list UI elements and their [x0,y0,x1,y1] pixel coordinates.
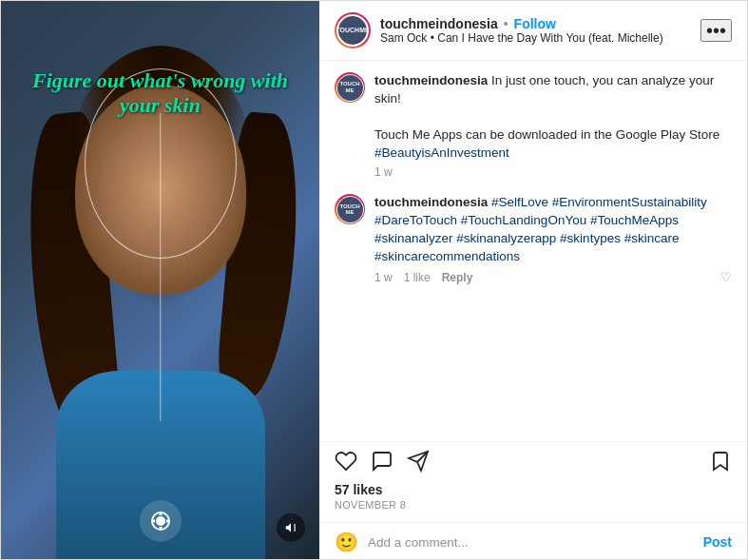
comment-avatar-1-logo: TOUCHME [337,75,363,101]
shutter-icon[interactable] [140,500,182,542]
nose-line-overlay [160,113,162,421]
actions-bar: 57 likes November 8 [319,441,747,522]
comment-2-time: 1 w [374,271,393,284]
svg-point-1 [156,516,165,526]
emoji-button[interactable]: 🙂 [335,531,358,553]
like-icon[interactable] [335,450,357,476]
comment-avatar-2: TOUCHME [336,196,364,223]
header-avatar-logo: TOUCHME [338,16,367,45]
comment-input[interactable] [368,535,694,550]
header-avatar: TOUCHME [336,14,369,47]
header-username[interactable]: touchmeindonesia [380,16,498,31]
comment-avatar-1-wrapper: TOUCHME [335,72,365,103]
post-date: November 8 [335,499,732,511]
post-comment-button[interactable]: Post [703,534,732,550]
heart-icon[interactable]: ♡ [720,270,732,284]
comment-avatar-1: TOUCHME [336,74,364,102]
post-panel: TOUCHME touchmeindonesia • Follow Sam Oc… [319,1,747,560]
comment-icon[interactable] [371,450,393,476]
header-text-block: touchmeindonesia • Follow Sam Ock • Can … [380,16,691,45]
share-icon[interactable] [407,450,430,476]
comment-1-time: 1 w [374,165,393,179]
post-header: TOUCHME touchmeindonesia • Follow Sam Oc… [319,1,747,61]
comment-2-reply[interactable]: Reply [442,271,473,284]
comment-2-username[interactable]: touchmeindonesia [374,195,488,209]
comment-item: TOUCHME touchmeindonesia #SelfLove #Envi… [335,194,732,284]
comment-item: TOUCHME touchmeindonesia In just one tou… [335,72,732,179]
comment-1-hashtag[interactable]: #BeautyisAnInvestment [374,145,509,160]
likes-count: 57 likes [335,482,732,497]
video-overlay-text: Figure out what's wrong with your skin [17,68,304,119]
video-panel: Figure out what's wrong with your skin [1,1,319,560]
comment-2-meta: 1 w 1 like Reply ♡ [374,270,732,284]
add-comment-row: 🙂 Post [319,522,747,560]
comment-avatar-2-logo: TOUCHME [337,197,363,222]
header-top-row: touchmeindonesia • Follow [380,16,691,31]
comment-2-content: touchmeindonesia #SelfLove #EnvironmentS… [374,194,732,284]
comments-section: TOUCHME touchmeindonesia In just one tou… [319,61,747,441]
more-options-button[interactable]: ••• [700,19,732,42]
sound-icon[interactable] [277,513,305,542]
comment-avatar-2-wrapper: TOUCHME [335,194,365,224]
action-icons-row [335,450,732,476]
comment-1-meta: 1 w [374,165,732,179]
follow-button[interactable]: Follow [514,16,556,31]
song-info: Sam Ock • Can I Have the Day With You (f… [380,31,691,45]
header-dot: • [504,16,508,31]
video-background: Figure out what's wrong with your skin [1,1,319,560]
bookmark-icon[interactable] [709,450,732,476]
comment-1-text: touchmeindonesia In just one touch, you … [374,72,732,162]
comment-1-content: touchmeindonesia In just one touch, you … [374,72,732,179]
comment-1-username[interactable]: touchmeindonesia [374,73,488,87]
comment-2-likes: 1 like [404,271,431,284]
header-avatar-wrapper[interactable]: TOUCHME [335,12,371,48]
comment-2-text: touchmeindonesia #SelfLove #EnvironmentS… [374,194,732,266]
